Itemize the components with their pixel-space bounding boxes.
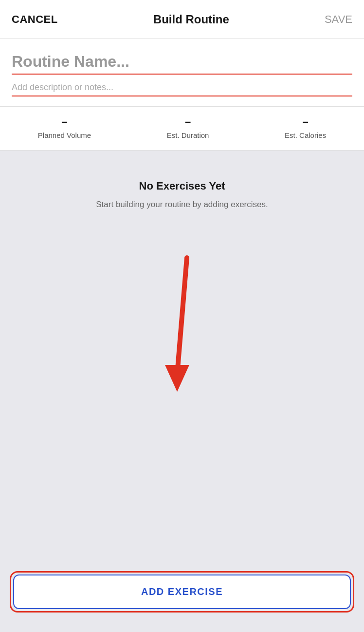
stat-planned-volume: – Planned Volume (38, 116, 91, 139)
empty-state-title: No Exercises Yet (139, 180, 225, 192)
planned-volume-value: – (61, 116, 67, 127)
stat-est-duration: – Est. Duration (167, 116, 209, 139)
add-exercise-outer-border: ADD EXERCISE (10, 571, 354, 613)
routine-name-input[interactable] (12, 53, 352, 75)
description-input[interactable] (12, 82, 352, 96)
stat-est-calories: – Est. Calories (285, 116, 326, 139)
empty-state-subtitle: Start building your routine by adding ex… (96, 198, 268, 211)
cancel-button[interactable]: CANCEL (12, 13, 58, 26)
svg-marker-1 (165, 365, 189, 392)
add-exercise-button[interactable]: ADD EXERCISE (13, 575, 351, 609)
app-header: CANCEL Build Routine SAVE (0, 0, 364, 39)
est-calories-value: – (303, 116, 309, 127)
down-arrow-icon (160, 248, 204, 406)
est-duration-label: Est. Duration (167, 131, 209, 139)
est-duration-value: – (185, 116, 191, 127)
routine-form (0, 39, 364, 107)
save-button[interactable]: SAVE (325, 13, 352, 26)
add-exercise-section: ADD EXERCISE (0, 561, 364, 632)
empty-state-section: No Exercises Yet Start building your rou… (0, 151, 364, 561)
svg-line-0 (177, 258, 187, 375)
est-calories-label: Est. Calories (285, 131, 326, 139)
page-title: Build Routine (153, 13, 229, 26)
stats-bar: – Planned Volume – Est. Duration – Est. … (0, 107, 364, 151)
planned-volume-label: Planned Volume (38, 131, 91, 139)
